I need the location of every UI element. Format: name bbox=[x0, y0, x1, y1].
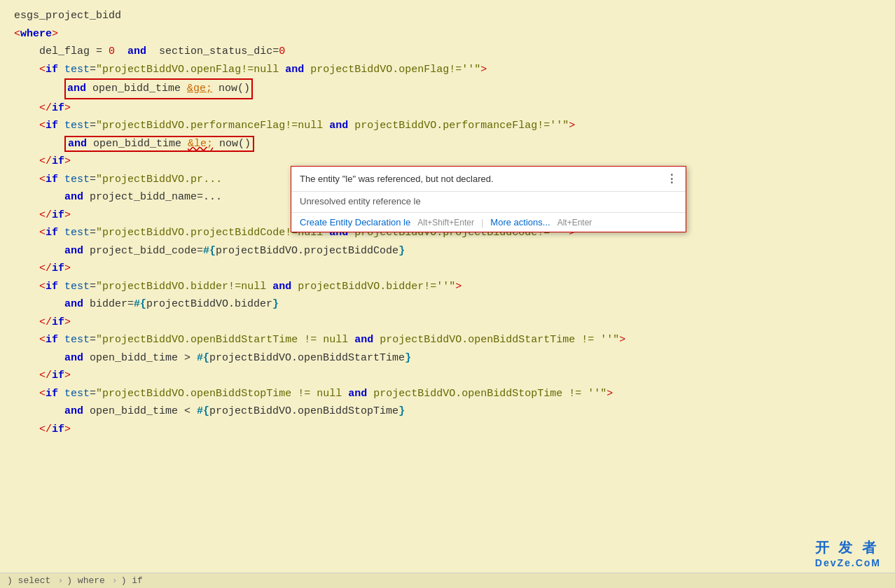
code-line-24: </if> bbox=[14, 421, 881, 439]
code-line-23: and open_bidd_time < #{projectBiddVO.ope… bbox=[14, 402, 881, 421]
code-line-15: </if> bbox=[14, 260, 881, 278]
code-line-17: and bidder=#{projectBiddVO.bidder} bbox=[14, 295, 881, 314]
code-line-14: and project_bidd_code=#{projectBiddVO.pr… bbox=[14, 242, 881, 260]
code-line-5: and open_bidd_time &ge; now() bbox=[14, 78, 881, 99]
code-line-2: <where> bbox=[14, 25, 881, 43]
code-line-16: <if test="projectBiddVO.bidder!=null and… bbox=[14, 278, 881, 296]
bottom-bar: ) select › ) where › ) if bbox=[0, 573, 895, 588]
tooltip-more-icon[interactable]: ⋮ bbox=[666, 172, 677, 186]
tooltip-error-message: The entity "le" was referenced, but not … bbox=[300, 174, 494, 184]
error-tooltip: The entity "le" was referenced, but not … bbox=[291, 166, 686, 232]
code-line-22: <if test="projectBiddVO.openBiddStopTime… bbox=[14, 385, 881, 403]
code-line-20: and open_bidd_time > #{projectBiddVO.ope… bbox=[14, 349, 881, 368]
code-line-7: <if test="projectBiddVO.performanceFlag!… bbox=[14, 117, 881, 135]
create-entity-action[interactable]: Create Entity Declaration le bbox=[300, 217, 410, 227]
watermark-url: DevZe.CoM bbox=[815, 557, 881, 568]
watermark: 开 发 者 DevZe.CoM bbox=[815, 538, 881, 568]
action2-shortcut: Alt+Enter bbox=[557, 218, 592, 227]
bottom-item-if: ) if bbox=[121, 575, 143, 586]
action-divider: | bbox=[481, 217, 483, 227]
code-line-6: </if> bbox=[14, 99, 881, 118]
more-actions-link[interactable]: More actions... bbox=[490, 217, 550, 227]
code-line-18: </if> bbox=[14, 314, 881, 332]
code-line-21: </if> bbox=[14, 367, 881, 385]
bottom-item-where: ) where bbox=[67, 575, 105, 586]
breadcrumb-sep-1: › bbox=[57, 575, 63, 586]
code-line-19: <if test="projectBiddVO.openBiddStartTim… bbox=[14, 331, 881, 349]
watermark-cn: 开 发 者 bbox=[815, 538, 881, 557]
tooltip-header: The entity "le" was referenced, but not … bbox=[291, 167, 686, 192]
tooltip-sub-message: Unresolved entity reference le bbox=[291, 192, 686, 213]
tooltip-actions: Create Entity Declaration le Alt+Shift+E… bbox=[291, 213, 686, 232]
breadcrumb-sep-2: › bbox=[112, 575, 118, 586]
code-line-4: <if test="projectBiddVO.openFlag!=null a… bbox=[14, 61, 881, 79]
code-line-8: and open_bidd_time &le; now() bbox=[14, 135, 881, 153]
bottom-item-select: ) select bbox=[7, 575, 50, 586]
action1-shortcut: Alt+Shift+Enter bbox=[417, 218, 474, 227]
code-line-1: esgs_project_bidd bbox=[14, 7, 881, 25]
code-line-3: del_flag = 0 and section_status_dic=0 bbox=[14, 43, 881, 61]
